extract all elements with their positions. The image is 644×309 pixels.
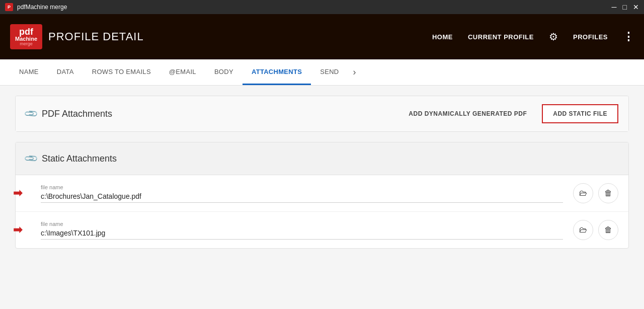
file-value-2[interactable]: c:\Images\TX101.jpg [41, 229, 563, 240]
file-label-2: file name [41, 221, 563, 227]
paperclip-icon: 📎 [23, 106, 39, 121]
nav-profiles[interactable]: PROFILES [573, 33, 608, 41]
file-row-2: ➡ file name c:\Images\TX101.jpg 🗁 🗑 [16, 212, 628, 248]
arrow-indicator-1: ➡ [13, 187, 22, 200]
static-attachments-header: 📎 Static Attachments [16, 142, 628, 175]
header-nav: HOME CURRENT PROFILE ⚙ PROFILES ⋮ [432, 30, 634, 43]
delete-file-button-1[interactable]: 🗑 [598, 183, 618, 203]
static-attachments-card: 📎 Static Attachments ➡ file name c:\Broc… [15, 142, 629, 249]
file-input-group-2: file name c:\Images\TX101.jpg [41, 221, 563, 240]
pdf-attachments-actions: ADD DYNAMICALLY GENERATED PDF ADD STATIC… [398, 104, 618, 123]
nav-current-profile[interactable]: CURRENT PROFILE [468, 33, 534, 41]
close-button[interactable]: ✕ [633, 3, 639, 11]
file-actions-2: 🗁 🗑 [573, 220, 618, 240]
pdf-attachments-card: 📎 PDF Attachments ADD DYNAMICALLY GENERA… [15, 96, 629, 132]
app-header: pdf Machine merge PROFILE DETAIL HOME CU… [0, 14, 644, 59]
window-bar: P pdfMachine merge ─ □ ✕ [0, 0, 644, 14]
file-value-1[interactable]: c:\Brochures\Jan_Catalogue.pdf [41, 192, 563, 203]
logo-pdf: pdf [19, 27, 33, 36]
window-controls[interactable]: ─ □ ✕ [612, 3, 639, 11]
paperclip-icon-2: 📎 [23, 150, 39, 166]
tab-email[interactable]: @EMAIL [160, 59, 205, 85]
tab-data[interactable]: DATA [48, 59, 83, 85]
logo-merge: merge [20, 42, 33, 46]
trash-icon-1: 🗑 [604, 189, 612, 198]
app-logo: pdf Machine merge [10, 24, 42, 49]
tab-name[interactable]: NAME [10, 59, 48, 85]
folder-icon-2: 🗁 [579, 225, 587, 235]
restore-button[interactable]: □ [623, 3, 627, 11]
pdf-attachments-title: 📎 PDF Attachments [26, 108, 398, 119]
arrow-indicator-2: ➡ [13, 223, 22, 237]
tab-body[interactable]: BODY [205, 59, 243, 85]
more-icon[interactable]: ⋮ [623, 30, 634, 43]
file-row: ➡ file name c:\Brochures\Jan_Catalogue.p… [16, 175, 628, 212]
file-label-1: file name [41, 184, 563, 190]
delete-file-button-2[interactable]: 🗑 [598, 220, 618, 240]
minimize-button[interactable]: ─ [612, 3, 617, 11]
file-input-group-1: file name c:\Brochures\Jan_Catalogue.pdf [41, 184, 563, 203]
tab-send[interactable]: SEND [311, 59, 348, 85]
tab-more-button[interactable]: › [348, 67, 361, 78]
add-dynamic-pdf-button[interactable]: ADD DYNAMICALLY GENERATED PDF [398, 105, 537, 122]
window-title: P pdfMachine merge [5, 3, 67, 11]
tab-rows-to-emails[interactable]: ROWS TO EMAILS [83, 59, 160, 85]
pdf-attachments-header: 📎 PDF Attachments ADD DYNAMICALLY GENERA… [16, 96, 628, 131]
add-static-file-button[interactable]: ADD STATIC FILE [542, 104, 618, 123]
nav-home[interactable]: HOME [432, 33, 453, 41]
main-content: 📎 PDF Attachments ADD DYNAMICALLY GENERA… [0, 86, 644, 259]
tab-attachments[interactable]: ATTACHMENTS [243, 59, 311, 85]
browse-file-button-1[interactable]: 🗁 [573, 183, 593, 203]
tabs-bar: NAME DATA ROWS TO EMAILS @EMAIL BODY ATT… [0, 59, 644, 86]
folder-icon-1: 🗁 [579, 189, 587, 198]
app-logo-small: P [5, 3, 13, 11]
browse-file-button-2[interactable]: 🗁 [573, 220, 593, 240]
static-attachments-title: 📎 Static Attachments [26, 153, 117, 164]
page-title: PROFILE DETAIL [48, 30, 144, 43]
gear-icon[interactable]: ⚙ [549, 31, 558, 43]
trash-icon-2: 🗑 [604, 225, 612, 235]
window-title-text: pdfMachine merge [17, 4, 67, 11]
file-actions-1: 🗁 🗑 [573, 183, 618, 203]
